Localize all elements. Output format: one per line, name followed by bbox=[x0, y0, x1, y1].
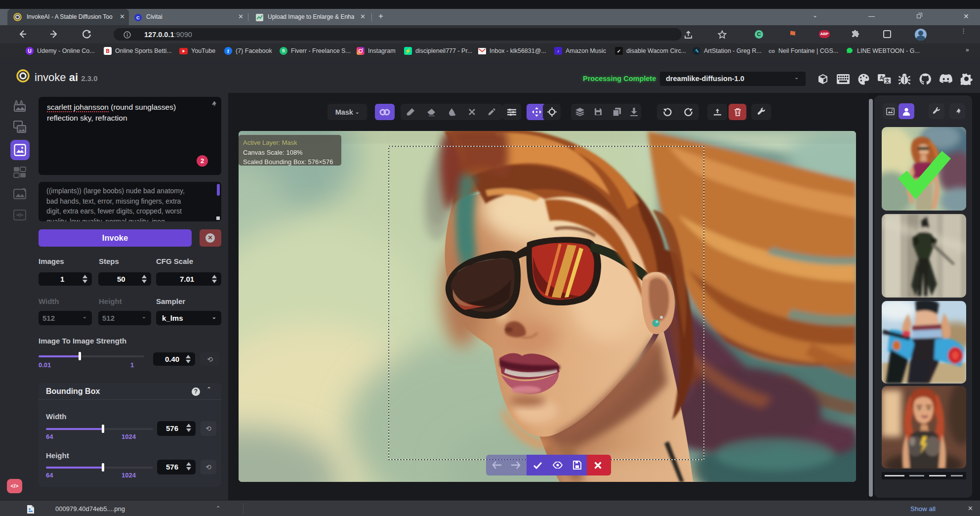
svg-text:文: 文 bbox=[885, 78, 890, 84]
svg-text:C: C bbox=[136, 15, 140, 20]
svg-text:A: A bbox=[880, 75, 883, 81]
